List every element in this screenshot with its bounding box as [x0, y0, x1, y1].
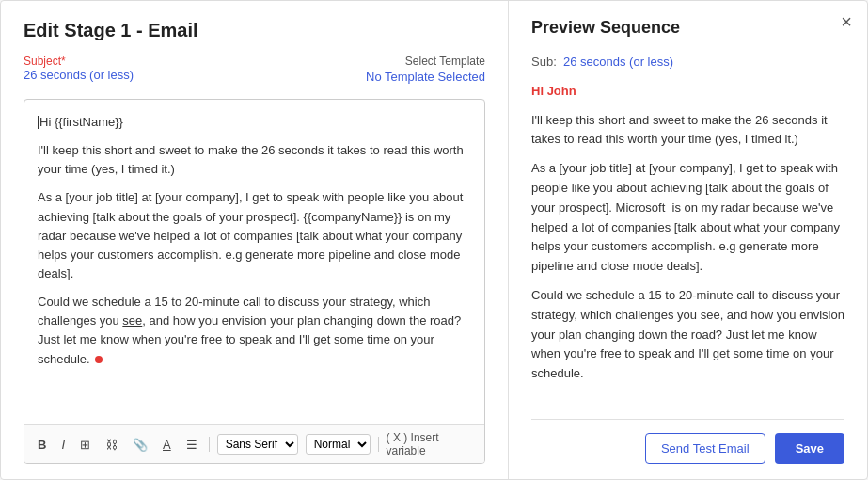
attach-icon: 📎	[133, 438, 148, 452]
red-dot	[95, 356, 103, 363]
send-test-button[interactable]: Send Test Email	[645, 433, 765, 464]
template-value[interactable]: No Template Selected	[366, 70, 485, 84]
list-icon: ☰	[186, 438, 197, 452]
preview-subject-label: Sub:	[531, 55, 557, 69]
preview-subject-value: 26 seconds (or less)	[563, 55, 673, 69]
color-icon: A	[163, 438, 171, 452]
preview-subject: Sub: 26 seconds (or less)	[531, 53, 844, 72]
subject-value[interactable]: 26 seconds (or less)	[24, 68, 134, 82]
save-button[interactable]: Save	[775, 433, 844, 464]
close-button[interactable]: ×	[841, 12, 852, 31]
insert-variable[interactable]: ( X ) Insert variable	[387, 431, 475, 457]
editor-container: Hi {{firstName}} I'll keep this short an…	[24, 99, 485, 464]
preview-para-3: Could we schedule a 15 to 20-minute call…	[531, 286, 844, 384]
editor-line-4: Could we schedule a 15 to 20-minute call…	[38, 293, 471, 369]
italic-button[interactable]: I	[57, 436, 69, 454]
link-button[interactable]: ⛓	[102, 436, 121, 454]
preview-title: Preview Sequence	[531, 18, 844, 38]
subject-section: Subject* 26 seconds (or less)	[24, 55, 134, 82]
modal-container: Edit Stage 1 - Email Subject* 26 seconds…	[0, 0, 868, 480]
bold-button[interactable]: B	[34, 436, 50, 454]
preview-salutation: Hi John	[531, 82, 844, 102]
toolbar-separator-2	[378, 437, 379, 452]
top-row: Subject* 26 seconds (or less) Select Tem…	[24, 55, 485, 84]
toolbar-separator-1	[209, 437, 210, 452]
link-icon: ⛓	[105, 438, 118, 452]
template-label: Select Template	[366, 55, 485, 68]
size-select[interactable]: Normal	[306, 434, 371, 455]
template-section: Select Template No Template Selected	[366, 55, 485, 84]
preview-para-1: I'll keep this short and sweet to make t…	[531, 111, 844, 151]
subject-label: Subject*	[24, 55, 134, 68]
panel-title: Edit Stage 1 - Email	[24, 20, 485, 41]
editor-line-3: As a [your job title] at [your company],…	[38, 188, 471, 283]
image-icon: ⊞	[80, 438, 90, 452]
editor-toolbar: B I ⊞ ⛓ 📎 A ☰ Sans Serif Normal ( X ) In…	[24, 424, 484, 463]
editor-line-2: I'll keep this short and sweet to make t…	[38, 141, 471, 179]
preview-para-2: As a [your job title] at [your company],…	[531, 159, 844, 277]
font-select[interactable]: Sans Serif	[217, 434, 298, 455]
image-button[interactable]: ⊞	[76, 436, 94, 454]
left-panel: Edit Stage 1 - Email Subject* 26 seconds…	[1, 1, 509, 479]
preview-name: John	[547, 84, 576, 98]
right-panel: × Preview Sequence Sub: 26 seconds (or l…	[509, 1, 867, 479]
list-button[interactable]: ☰	[182, 436, 201, 454]
editor-body[interactable]: Hi {{firstName}} I'll keep this short an…	[24, 100, 484, 424]
color-button[interactable]: A	[159, 436, 175, 454]
footer-actions: Send Test Email Save	[531, 419, 844, 464]
preview-content: Sub: 26 seconds (or less) Hi John I'll k…	[531, 53, 844, 411]
editor-line-1: Hi {{firstName}}	[38, 113, 471, 132]
attach-button[interactable]: 📎	[129, 436, 151, 454]
